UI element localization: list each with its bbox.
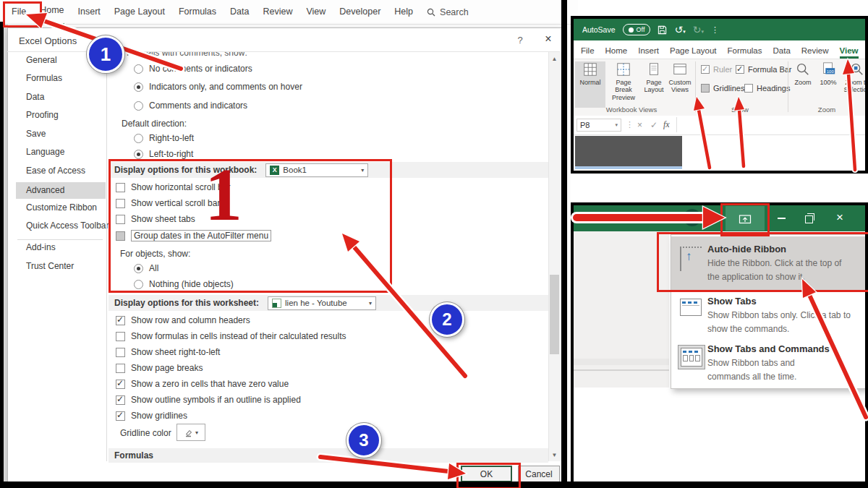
menu-item-show-tabs[interactable]: Show Tabs Show Ribbon tabs only. Click a… bbox=[671, 293, 865, 339]
formula-input[interactable] bbox=[676, 117, 864, 132]
formula-bar-checkbox[interactable]: Formula Bar bbox=[736, 65, 792, 74]
fx-icon[interactable]: fx bbox=[663, 119, 670, 130]
sidebar-item-language[interactable]: Language bbox=[26, 147, 64, 157]
gridline-color-button[interactable]: ▾ bbox=[176, 424, 205, 441]
default-direction-heading: Default direction: bbox=[122, 119, 187, 129]
page-layout-icon bbox=[646, 61, 662, 77]
sheet-row-band bbox=[574, 359, 669, 365]
group-divider bbox=[788, 61, 788, 112]
tab-view[interactable]: View bbox=[840, 46, 859, 59]
restore-button[interactable] bbox=[805, 215, 813, 223]
name-box[interactable]: P8 ▾ bbox=[576, 119, 621, 132]
menubar-item-home[interactable]: Home bbox=[40, 0, 64, 25]
sidebar-divider bbox=[17, 239, 103, 240]
step-badge-2: 2 bbox=[430, 302, 464, 337]
zoom-100-button[interactable]: 100 100% bbox=[817, 61, 840, 108]
group-divider bbox=[695, 61, 696, 112]
checkbox-icon bbox=[116, 380, 125, 389]
dialog-close-icon[interactable]: × bbox=[541, 33, 556, 46]
normal-view-button[interactable]: Normal bbox=[575, 61, 605, 108]
sidebar-item-save[interactable]: Save bbox=[26, 129, 46, 139]
radio-right-to-left[interactable]: Right-to-left bbox=[134, 133, 194, 143]
annotation-big-digit: 1 bbox=[205, 160, 242, 228]
zoom-button[interactable]: Zoom bbox=[791, 61, 815, 108]
checkbox-icon bbox=[736, 65, 744, 74]
toggle-dot bbox=[629, 27, 634, 33]
custom-views-button[interactable]: Custom Views bbox=[667, 61, 693, 108]
menubar-item-help[interactable]: Help bbox=[394, 0, 413, 24]
save-icon[interactable] bbox=[658, 25, 667, 35]
close-button[interactable]: × bbox=[836, 210, 843, 225]
menubar-item-view[interactable]: View bbox=[306, 0, 326, 24]
zoom-to-selection-button[interactable]: Zoom to Selection bbox=[841, 61, 868, 108]
radio-no-comments[interactable]: No comments or indicators bbox=[134, 64, 252, 74]
search-box[interactable]: Search bbox=[427, 7, 469, 17]
tab-review[interactable]: Review bbox=[801, 46, 829, 59]
undo-icon[interactable]: ↺▾ bbox=[674, 24, 685, 35]
tab-file[interactable]: File bbox=[581, 46, 595, 59]
ruler-checkbox[interactable]: Ruler bbox=[701, 65, 732, 74]
menubar-item-insert[interactable]: Insert bbox=[78, 0, 101, 24]
sidebar-item-customize-ribbon[interactable]: Customize Ribbon bbox=[26, 202, 97, 213]
checkbox-icon bbox=[744, 84, 753, 93]
qat-customize-icon[interactable]: ⋮ bbox=[711, 25, 719, 35]
checkbox-icon bbox=[116, 364, 125, 373]
tab-data[interactable]: Data bbox=[773, 46, 791, 59]
worksheet-dropdown[interactable]: lien he - Youtube ▾ bbox=[268, 296, 376, 310]
radio-comments-indicators[interactable]: Comments and indicators bbox=[134, 100, 247, 111]
menubar-item-formulas[interactable]: Formulas bbox=[179, 0, 216, 24]
checkbox-icon bbox=[116, 348, 125, 357]
sidebar-item-general[interactable]: General bbox=[26, 55, 57, 65]
sidebar-item-proofing[interactable]: Proofing bbox=[26, 110, 59, 120]
checkbox-outline-symbols[interactable]: Show outline symbols if an outline is ap… bbox=[116, 395, 301, 405]
tab-home[interactable]: Home bbox=[605, 46, 628, 59]
tab-page-layout[interactable]: Page Layout bbox=[670, 46, 717, 59]
avatar bbox=[684, 209, 701, 226]
menubar-item-page-layout[interactable]: Page Layout bbox=[114, 0, 165, 24]
menubar-item-review[interactable]: Review bbox=[263, 0, 292, 24]
checkbox-show-formulas[interactable]: Show formulas in cells instead of their … bbox=[116, 331, 346, 341]
scroll-up-icon[interactable]: ▲ bbox=[548, 53, 561, 64]
checkbox-icon bbox=[116, 395, 125, 405]
menubar-item-data[interactable]: Data bbox=[230, 0, 249, 24]
checkbox-show-zero[interactable]: Show a zero in cells that have zero valu… bbox=[116, 379, 289, 389]
formulas-section-band: Formulas bbox=[109, 448, 548, 463]
checkbox-row-column-headers[interactable]: Show row and column headers bbox=[116, 315, 250, 325]
sidebar-item-ease-of-access[interactable]: Ease of Access bbox=[26, 166, 85, 176]
page-break-preview-button[interactable]: Page Break Preview bbox=[607, 61, 640, 108]
sidebar-item-trust-center[interactable]: Trust Center bbox=[26, 261, 74, 271]
worksheet-icon bbox=[272, 299, 281, 308]
window-title-partial: Kỳ Ph bbox=[639, 211, 662, 221]
page-layout-button[interactable]: Page Layout bbox=[642, 61, 666, 108]
sidebar-item-advanced[interactable]: Advanced bbox=[26, 185, 64, 195]
sidebar-item-formulas[interactable]: Formulas bbox=[26, 73, 62, 83]
minimize-button[interactable] bbox=[778, 218, 786, 219]
cancel-button[interactable]: Cancel bbox=[518, 466, 560, 482]
autosave-toggle[interactable]: Off bbox=[623, 24, 651, 35]
sidebar-item-add-ins[interactable]: Add-ins bbox=[26, 242, 56, 252]
dialog-scrollbar[interactable] bbox=[548, 52, 561, 461]
menu-item-show-tabs-and-commands[interactable]: Show Tabs and Commands Show Ribbon tabs … bbox=[671, 341, 865, 387]
menubar-item-developer[interactable]: Developer bbox=[339, 0, 380, 24]
quick-access-toolbar: AutoSave Off ↺▾ ↻▾ ⋮ bbox=[574, 19, 865, 40]
sidebar-item-quick-access-toolbar[interactable]: Quick Access Toolbar bbox=[26, 221, 109, 231]
radio-left-to-right[interactable]: Left-to-right bbox=[134, 149, 193, 159]
radio-indicators-only[interactable]: Indicators only, and comments on hover bbox=[134, 82, 302, 92]
redo-icon[interactable]: ↻▾ bbox=[693, 24, 704, 35]
checkbox-show-gridlines[interactable]: Show gridlines bbox=[116, 411, 187, 421]
gridlines-checkbox[interactable]: Gridlines bbox=[701, 84, 744, 93]
sidebar-item-data[interactable]: Data bbox=[26, 92, 44, 102]
annotation-box-ok bbox=[456, 463, 521, 488]
annotation-box-file bbox=[3, 1, 42, 27]
confirm-entry-icon[interactable]: ✓ bbox=[650, 120, 658, 130]
tab-formulas[interactable]: Formulas bbox=[728, 46, 762, 59]
scrollbar-thumb[interactable] bbox=[550, 275, 559, 354]
dialog-help-icon[interactable]: ? bbox=[514, 35, 527, 46]
tab-insert[interactable]: Insert bbox=[638, 46, 659, 59]
checkbox-sheet-right-to-left[interactable]: Show sheet right-to-left bbox=[116, 347, 220, 357]
scroll-down-icon[interactable]: ▼ bbox=[548, 449, 561, 461]
annotation-box-workbook-options bbox=[109, 159, 392, 293]
checkbox-page-breaks[interactable]: Show page breaks bbox=[116, 363, 203, 373]
headings-checkbox[interactable]: Headings bbox=[744, 84, 790, 93]
cancel-entry-icon[interactable]: × bbox=[637, 120, 642, 130]
